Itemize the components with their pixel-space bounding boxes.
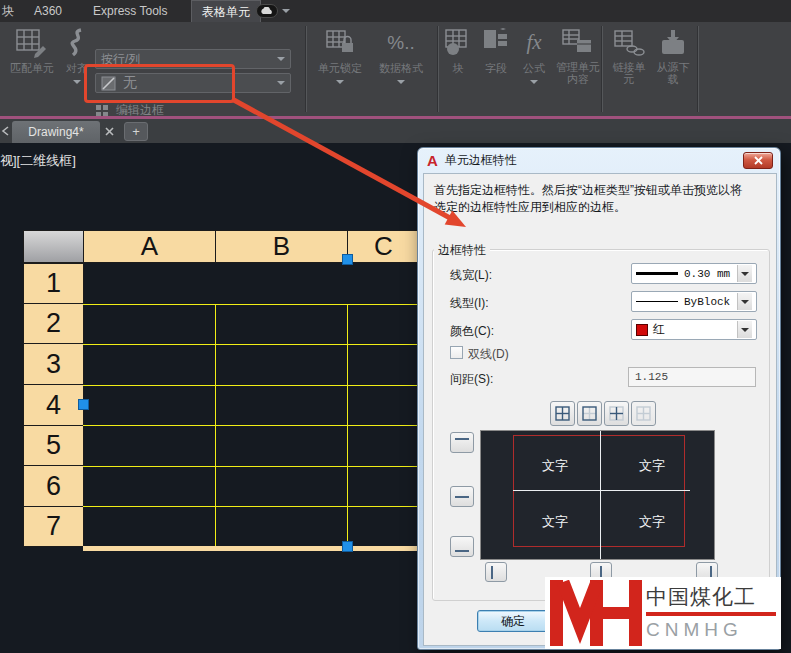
color-label: 颜色(C): [450,323,494,340]
link-cell-button[interactable]: 链接单元 [608,28,650,85]
table-column-header-c[interactable]: C [347,230,420,263]
horizontal-inside-border-button[interactable] [450,486,474,507]
panel-separator [698,26,699,112]
dialog-body: 首先指定边框特性。然后按“边框类型”按钮或单击预览以将 选定的边框特性应用到相应… [423,173,777,646]
insert-block-button[interactable]: 块 [440,28,476,76]
left-border-button[interactable] [485,562,507,582]
double-line-label: 双线(D) [468,346,509,363]
double-line-checkbox[interactable] [450,346,463,359]
dialog-description-line2: 选定的边框特性应用到相应的边框。 [434,199,774,216]
border-preview[interactable]: 文字 文字 文字 文字 [480,430,715,560]
color-combo[interactable]: 红 [631,319,757,340]
file-tab-bar: Drawing4* + [0,119,791,143]
percent-icon: %.. [370,28,432,58]
tab-scroll-left-icon[interactable] [1,126,9,136]
linetype-combo[interactable]: ByBlock [631,291,757,312]
data-format-caret-icon [397,80,405,84]
new-tab-button[interactable]: + [124,122,148,141]
dialog-close-button[interactable] [743,152,773,169]
ribbon-tab-block[interactable]: 块 [0,0,24,22]
watermark-abbreviation: CNMHG [646,619,743,641]
cell-border-properties-dialog: A 单元边框特性 首先指定边框特性。然后按“边框类型”按钮或单击预览以将 选定的… [417,147,781,650]
table-row-header-1[interactable]: 1 [23,263,84,304]
align-dropdown-caret-icon [73,80,81,84]
table-row-header-5[interactable]: 5 [23,425,84,466]
preview-cell-text: 文字 [639,513,665,531]
close-icon [754,156,763,165]
ribbon-tab-bar: 块 A360 Express Tools 表格单元 [0,0,791,22]
grip-handle[interactable] [78,399,89,410]
autocad-logo-icon: A [427,152,438,169]
table-corner-cell[interactable] [23,230,84,263]
table-row-header-2[interactable]: 2 [23,303,84,344]
dialog-title-bar: A 单元边框特性 [418,148,780,173]
linetype-sample-icon [636,301,678,302]
table-gridline-h [83,385,420,386]
data-format-button[interactable]: %.. 数据格式 [370,28,432,84]
table-gridline-h [83,466,420,467]
table-gridline-h [83,506,420,507]
viewport-label[interactable]: 视][二维线框] [0,152,76,170]
horizontal-inside-border-icon [455,496,469,498]
ribbon-tab-express-tools[interactable]: Express Tools [83,0,177,22]
table-row-header-3[interactable]: 3 [23,343,84,385]
preview-cell-text: 文字 [542,513,568,531]
manage-cell-content-button[interactable]: 管理单元内容 [554,28,602,85]
color-swatch-red-icon [636,324,648,336]
inside-borders-button[interactable] [604,401,629,426]
cloud-dropdown-caret-icon[interactable] [282,9,290,13]
watermark: 中国煤化工 CNMHG [545,577,781,649]
table-row-header-6[interactable]: 6 [23,465,84,507]
manage-cell-content-label: 管理单元内容 [556,61,600,85]
table-gridline-v [347,304,348,547]
all-borders-button[interactable] [550,401,575,426]
inside-borders-icon [609,406,624,421]
data-format-label: 数据格式 [379,62,423,74]
table-gridline-h [83,304,420,305]
combo-caret-icon [741,328,749,332]
lineweight-value: 0.30 mm [684,268,730,280]
spacing-label: 间距(S): [450,371,493,388]
combo-caret-icon [277,57,285,61]
preview-horizontal-line [513,490,690,491]
match-cell-button[interactable]: 匹配单元 [2,28,62,76]
table-row-header-4[interactable]: 4 [23,384,84,426]
insert-field-label: 字段 [485,62,507,74]
dialog-description-line1: 首先指定边框特性。然后按“边框类型”按钮或单击预览以将 [434,182,774,199]
ribbon-tab-a360[interactable]: A360 [24,0,72,22]
lineweight-combo[interactable]: 0.30 mm [631,263,757,284]
insert-field-button[interactable]: 字段 [478,28,514,76]
combo-caret-icon [277,81,285,85]
grip-handle[interactable] [342,541,353,552]
tab-close-icon[interactable] [105,127,114,136]
spacing-input[interactable] [628,367,756,387]
drawing-tab[interactable]: Drawing4* [12,121,100,143]
combo-caret-icon [741,300,749,304]
insert-formula-button[interactable]: fx 公式 [516,28,552,84]
fx-icon: fx [516,28,552,58]
watermark-company-name: 中国煤化工 [646,583,756,611]
ribbon-tab-table-cell[interactable]: 表格单元 [191,0,261,22]
dialog-description: 首先指定边框特性。然后按“边框类型”按钮或单击预览以将 选定的边框特性应用到相应… [434,182,774,216]
top-border-icon [455,438,469,440]
table-column-header-b[interactable]: B [215,230,348,263]
cell-lock-button[interactable]: 单元锁定 [312,28,368,84]
outside-borders-button[interactable] [577,401,602,426]
table-column-header-a[interactable]: A [83,230,216,263]
outside-borders-icon [582,406,597,421]
lineweight-sample-icon [636,272,678,275]
grip-handle[interactable] [342,254,353,265]
formula-caret-icon [530,80,538,84]
ok-button[interactable]: 确定 [477,610,549,632]
bottom-border-button[interactable] [450,536,474,557]
cell-lock-label: 单元锁定 [318,62,362,74]
no-borders-button[interactable] [631,401,656,426]
download-from-source-button[interactable]: 从源下载 [652,28,694,85]
dialog-title: 单元边框特性 [445,152,517,169]
link-cell-label: 链接单元 [613,61,646,85]
table-row-header-7[interactable]: 7 [23,506,84,547]
cloud-icon[interactable] [256,4,278,18]
combo-caret-icon [741,272,749,276]
left-border-icon [491,566,493,579]
top-border-button[interactable] [450,432,474,453]
